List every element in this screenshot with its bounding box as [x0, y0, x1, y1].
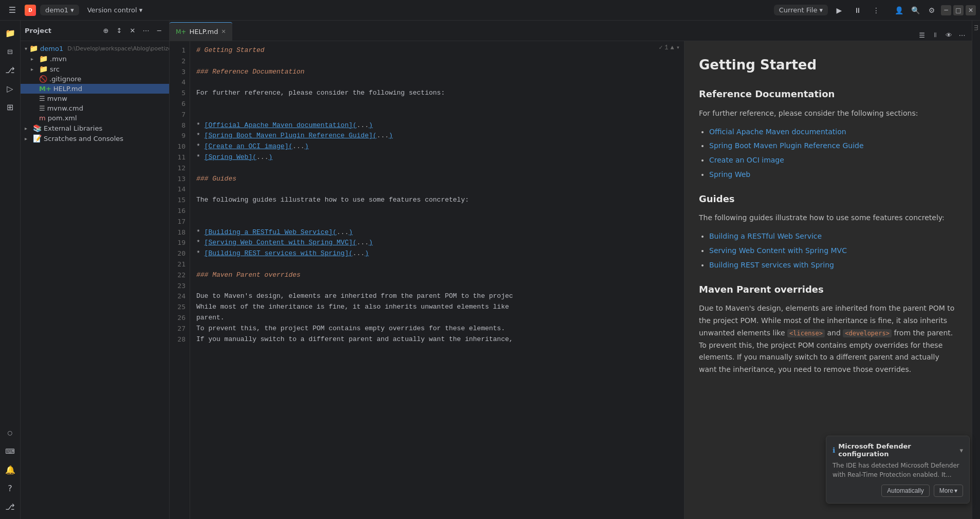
preview-link-maven-doc[interactable]: Official Apache Maven documentation: [709, 128, 846, 136]
notification-toast: ℹ Microsoft Defender configuration ▾ The…: [826, 436, 970, 504]
tab-helpmd-icon: M+: [176, 28, 186, 35]
notification-more-label: More: [939, 487, 953, 494]
tab-helpmd-close[interactable]: ✕: [221, 28, 226, 35]
activity-git-branch-icon[interactable]: ⎇: [2, 498, 19, 515]
title-bar-right: 👤 🔍 ⚙ ─ □ ✕: [892, 3, 976, 17]
tree-item-ext-libs[interactable]: ▸ 📚 External Libraries: [21, 123, 169, 133]
notification-info-icon: ℹ: [833, 446, 835, 454]
notification-text: The IDE has detected Microsoft Defender …: [833, 461, 963, 479]
code-line-18: * [Building a RESTful Web Service](...): [196, 227, 678, 238]
window-maximize-button[interactable]: □: [953, 5, 964, 15]
preview-link-spring-web[interactable]: Spring Web: [709, 170, 750, 178]
current-file-chevron: ▾: [819, 6, 823, 14]
activity-terminal-icon[interactable]: ⌨: [2, 443, 19, 459]
tree-arrow-demo1: ▾: [25, 46, 27, 51]
preview-link-rest-spring[interactable]: Building REST services with Spring: [709, 261, 834, 269]
folder-icon-mvn: 📁: [39, 55, 48, 63]
tree-item-scratches[interactable]: ▸ 📝 Scratches and Consoles: [21, 133, 169, 144]
run-button[interactable]: ▶: [832, 3, 846, 17]
preview-guide-link-1: Building a RESTful Web Service: [709, 230, 957, 243]
file-icon-pomxml: m: [39, 114, 46, 122]
activity-project-icon[interactable]: 📁: [2, 25, 19, 41]
preview-h1: Getting Started: [699, 53, 957, 76]
tree-item-helpmd[interactable]: ▸ M+ HELP.md: [21, 84, 169, 94]
tree-item-mvn[interactable]: ▸ 📁 .mvn: [21, 53, 169, 64]
notification-actions: Automatically More ▾: [833, 485, 963, 497]
file-icon-mvnwcmd: ☰: [39, 104, 45, 112]
activity-help-icon[interactable]: ?: [2, 480, 19, 496]
preview-guide-links: Building a RESTful Web Service Serving W…: [709, 230, 957, 271]
tree-label-src: src: [50, 65, 60, 73]
tree-label-mvn: .mvn: [50, 55, 67, 63]
window-close-button[interactable]: ✕: [966, 5, 976, 15]
code-line-15: The following guides illustrate how to u…: [196, 195, 678, 206]
preview-link-spring-boot-maven[interactable]: Spring Boot Maven Plugin Reference Guide: [709, 141, 864, 150]
activity-plugins-icon[interactable]: ⊞: [2, 99, 19, 115]
preview-maven-text: Due to Maven's design, elements are inhe…: [699, 302, 957, 376]
notification-automatically-button[interactable]: Automatically: [881, 485, 929, 497]
tree-item-mvnw[interactable]: ▸ ☰ mvnw: [21, 94, 169, 103]
code-line-13: ### Guides: [196, 174, 678, 185]
project-name-chevron: ▾: [70, 6, 74, 14]
tree-item-src[interactable]: ▸ 📁 src: [21, 64, 169, 74]
notification-more-button[interactable]: More ▾: [934, 485, 963, 497]
preview-link-spring-mvc[interactable]: Serving Web Content with Spring MVC: [709, 246, 847, 255]
user-icon[interactable]: 👤: [892, 3, 906, 17]
activity-bar: 📁 ⊟ ⎇ ▷ ⊞ ○ ⌨ 🔔 ? ⎇: [0, 21, 21, 519]
tree-item-gitignore[interactable]: ▸ 🚫 .gitignore: [21, 74, 169, 84]
preview-link-restful[interactable]: Building a RESTful Web Service: [709, 232, 822, 240]
current-file-button[interactable]: Current File ▾: [774, 5, 828, 15]
tree-item-mvnwcmd[interactable]: ▸ ☰ mvnw.cmd: [21, 103, 169, 113]
code-line-25: While most of the inheritance is fine, i…: [196, 302, 678, 313]
sidebar-expand-icon[interactable]: ↕: [114, 25, 125, 37]
settings-icon[interactable]: ⚙: [924, 3, 939, 17]
code-line-23: [196, 281, 678, 292]
tree-item-pomxml[interactable]: ▸ m pom.xml: [21, 113, 169, 123]
activity-notifications-icon[interactable]: 🔔: [2, 461, 19, 478]
view-preview-icon[interactable]: 👁: [943, 29, 954, 41]
tree-label-scratches: Scratches and Consoles: [44, 135, 123, 142]
sidebar-locate-icon[interactable]: ⊕: [100, 25, 112, 37]
sidebar-close-icon[interactable]: ✕: [127, 25, 138, 37]
activity-vcs-icon[interactable]: ⎇: [2, 62, 19, 78]
window-minimize-button[interactable]: ─: [941, 5, 951, 15]
debug-button[interactable]: ⏸: [850, 3, 865, 17]
tree-item-demo1[interactable]: ▾ 📁 demo1 D:\Develop\workspace\Ablog\poe…: [21, 43, 169, 53]
code-line-28: If you manually switch to a different pa…: [196, 334, 678, 345]
tree-label-ext-libs: External Libraries: [44, 124, 102, 132]
view-list-icon[interactable]: ☰: [916, 29, 928, 41]
preview-ref-link-1: Official Apache Maven documentation: [709, 126, 957, 138]
preview-guide-link-2: Serving Web Content with Spring MVC: [709, 245, 957, 257]
sidebar-options-icon[interactable]: ⋯: [140, 25, 152, 37]
search-icon[interactable]: 🔍: [908, 3, 922, 17]
app-logo: D: [25, 5, 36, 16]
code-editor[interactable]: 12345 678910 1112131415 1617181920 21222…: [170, 41, 684, 519]
activity-git-icon[interactable]: ○: [2, 424, 19, 441]
sidebar-collapse-icon[interactable]: −: [154, 25, 165, 37]
hamburger-menu-icon[interactable]: ☰: [4, 2, 21, 19]
code-line-12: [196, 163, 678, 174]
code-line-27: To prevent this, the project POM contain…: [196, 324, 678, 334]
code-line-14: [196, 184, 678, 195]
more-run-options[interactable]: ⋮: [869, 3, 883, 17]
error-count: 1: [664, 43, 668, 53]
version-control-chevron: ▾: [139, 6, 143, 14]
code-line-22: ### Maven Parent overrides: [196, 270, 678, 281]
preview-ref-link-4: Spring Web: [709, 169, 957, 181]
notification-expand-icon[interactable]: ▾: [959, 446, 963, 454]
folder-icon-src: 📁: [39, 65, 48, 73]
tab-helpmd[interactable]: M+ HELP.md ✕: [170, 22, 232, 41]
code-content[interactable]: ✓ 1 ▲ ▾ # Getting Started ### Reference …: [190, 41, 684, 519]
preview-maven-code-2: <developers>: [843, 329, 892, 337]
notification-title: ℹ Microsoft Defender configuration ▾: [833, 442, 963, 458]
preview-link-oci[interactable]: Create an OCI image: [709, 156, 784, 164]
project-name-button[interactable]: demo1 ▾: [40, 5, 79, 15]
view-more-icon[interactable]: ⋯: [956, 29, 968, 41]
activity-run-icon[interactable]: ▷: [2, 80, 19, 97]
activity-search-icon[interactable]: ⊟: [2, 43, 19, 60]
version-control-button[interactable]: Version control ▾: [83, 5, 147, 15]
code-line-10: * [Create an OCI image](...): [196, 141, 678, 152]
view-split-icon[interactable]: ⫴: [930, 29, 941, 41]
file-icon-mvnw: ☰: [39, 95, 45, 102]
current-file-label: Current File: [779, 6, 818, 14]
